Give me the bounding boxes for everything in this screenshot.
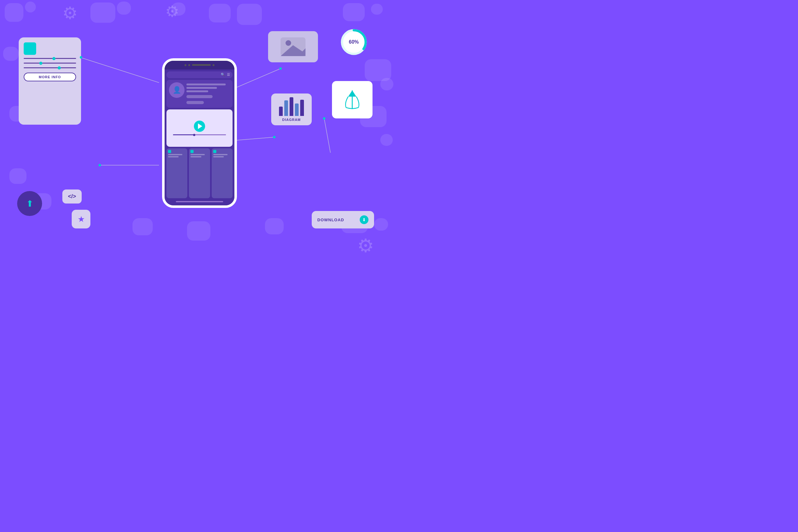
bar-chart xyxy=(279,97,304,116)
percent-circle: 60% xyxy=(340,28,368,56)
video-progress-dot xyxy=(193,134,195,136)
gear-icon-bottom-right: ⚙ xyxy=(357,235,374,256)
avatar: 👤 xyxy=(169,82,185,98)
video-progress-fill xyxy=(173,134,194,135)
bar-4 xyxy=(295,103,299,116)
bg-square-4 xyxy=(117,2,131,15)
bar-5 xyxy=(300,100,304,116)
content-grid xyxy=(167,148,232,198)
download-card: DOWNLOAD ⬇ xyxy=(312,211,374,228)
bg-square-8 xyxy=(343,3,365,21)
card-line xyxy=(168,154,182,155)
phone-search-bar[interactable]: 🔍 ☰ xyxy=(167,71,232,78)
bg-square-7 xyxy=(237,4,262,25)
camera-dot-2 xyxy=(188,64,190,66)
profile-action-btn[interactable] xyxy=(186,95,213,98)
connector-dot-5 xyxy=(323,117,325,120)
bg-square-9 xyxy=(371,4,383,15)
svg-line-0 xyxy=(81,58,159,82)
grid-card-3 xyxy=(212,148,232,198)
phone-device: 🔍 ☰ 👤 xyxy=(162,58,237,208)
bg-square-2 xyxy=(25,2,36,13)
video-player xyxy=(167,109,232,147)
cloud-upload-icon: ⬆ xyxy=(26,198,33,209)
bg-square-12 xyxy=(380,78,393,90)
speaker xyxy=(192,64,211,66)
connector-dot-3 xyxy=(279,67,282,70)
percent-value: 60% xyxy=(349,39,359,45)
svg-line-2 xyxy=(237,69,281,87)
bg-square-1 xyxy=(5,3,23,22)
bg-square-19 xyxy=(187,221,210,241)
color-swatch xyxy=(24,42,36,55)
bar-3 xyxy=(290,97,293,116)
card-line xyxy=(168,156,178,157)
svg-line-3 xyxy=(237,137,274,140)
sliders-container xyxy=(24,58,76,68)
bg-square-16 xyxy=(10,168,26,184)
code-tag-text: </> xyxy=(68,193,76,200)
bg-square-22 xyxy=(374,218,388,231)
grid-card-2 xyxy=(189,148,210,198)
connector-dot-2 xyxy=(98,164,101,167)
download-arrow-icon: ⬇ xyxy=(362,217,366,222)
gear-icon-top-center: ⚙ xyxy=(165,2,179,21)
star-bubble: ★ xyxy=(72,210,90,228)
svg-line-4 xyxy=(324,118,330,153)
slider-thumb-2[interactable] xyxy=(39,62,42,65)
play-icon xyxy=(198,124,202,129)
bg-square-3 xyxy=(90,2,115,23)
image-card xyxy=(268,31,318,62)
bg-square-10 xyxy=(3,47,19,61)
pen-tool-icon xyxy=(341,87,363,112)
card-icon-2 xyxy=(190,150,194,153)
menu-icon: ☰ xyxy=(227,73,230,77)
phone-screen: 🔍 ☰ 👤 xyxy=(165,70,234,205)
card-line xyxy=(190,156,201,157)
diagram-card: DIAGRAM xyxy=(271,94,312,125)
gear-icon-top-left: ⚙ xyxy=(62,3,78,23)
sensor-dot xyxy=(213,64,214,66)
connector-dot-1 xyxy=(80,56,82,59)
slider-1[interactable] xyxy=(24,58,76,59)
slider-thumb-1[interactable] xyxy=(52,57,56,60)
settings-card: MORE INFO xyxy=(19,37,81,125)
slider-thumb-3[interactable] xyxy=(58,66,61,70)
more-info-button[interactable]: MORE INFO xyxy=(24,73,76,81)
search-icon: 🔍 xyxy=(221,73,225,77)
card-icon-1 xyxy=(168,150,171,153)
video-progress-bar[interactable] xyxy=(173,134,226,135)
connector-dot-4 xyxy=(273,136,276,138)
card-line xyxy=(213,156,224,157)
cloud-upload-button[interactable]: ⬆ xyxy=(17,191,42,216)
star-icon: ★ xyxy=(78,214,85,224)
grid-card-1 xyxy=(167,148,187,198)
profile-action-btn-2[interactable] xyxy=(186,101,204,104)
svg-point-6 xyxy=(286,40,291,46)
profile-line-3 xyxy=(186,90,208,92)
play-button[interactable] xyxy=(194,120,205,132)
profile-line-2 xyxy=(186,87,217,89)
landscape-image-icon xyxy=(281,37,305,56)
profile-section: 👤 xyxy=(167,80,232,108)
diagram-label: DIAGRAM xyxy=(282,118,301,121)
phone-notch xyxy=(165,61,234,70)
code-tag-bubble: </> xyxy=(62,189,82,204)
bar-2 xyxy=(284,100,288,116)
slider-3[interactable] xyxy=(24,67,76,68)
tool-card xyxy=(332,81,373,118)
bg-square-18 xyxy=(132,218,153,235)
camera-dot xyxy=(185,64,186,66)
slider-2[interactable] xyxy=(24,63,76,63)
profile-info xyxy=(186,82,230,105)
profile-line-1 xyxy=(186,83,226,86)
main-scene: ⚙ ⚙ ⚙ MORE INFO xyxy=(0,0,399,266)
download-label: DOWNLOAD xyxy=(317,217,344,222)
user-icon: 👤 xyxy=(173,86,181,94)
bg-square-15 xyxy=(380,134,393,146)
bar-1 xyxy=(279,107,283,116)
home-indicator xyxy=(176,201,223,202)
bg-square-20 xyxy=(265,218,284,234)
download-button[interactable]: ⬇ xyxy=(360,215,368,224)
card-line xyxy=(213,154,228,155)
